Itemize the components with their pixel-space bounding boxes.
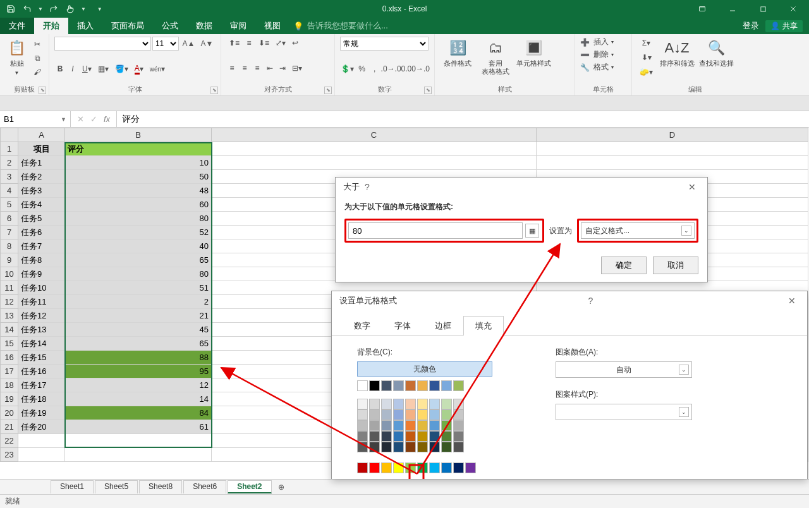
cell-C2[interactable] xyxy=(212,156,537,170)
copy-icon[interactable]: ⧉ xyxy=(31,52,44,64)
number-format-select[interactable]: 常规 xyxy=(340,37,429,51)
align-bottom-icon[interactable]: ⬇≡ xyxy=(256,37,272,49)
color-swatch[interactable] xyxy=(441,462,452,473)
color-swatch[interactable] xyxy=(453,431,464,442)
cell-A15[interactable]: 任务14 xyxy=(18,337,65,351)
color-swatch[interactable] xyxy=(429,409,440,420)
tab-formulas[interactable]: 公式 xyxy=(153,18,187,34)
color-swatch[interactable] xyxy=(429,442,440,452)
qat-customize-icon[interactable]: ▼ xyxy=(97,6,102,12)
cell-empty[interactable] xyxy=(65,434,212,448)
color-swatch[interactable] xyxy=(381,409,392,420)
increase-font-icon[interactable]: A▲ xyxy=(180,37,197,50)
color-swatch[interactable] xyxy=(369,442,380,452)
cell-B9[interactable]: 65 xyxy=(65,253,212,267)
increase-decimal-icon[interactable]: .0→.00 xyxy=(382,63,405,75)
row-header[interactable]: 13 xyxy=(1,309,18,323)
cell-B19[interactable]: 14 xyxy=(65,392,212,406)
help-icon[interactable]: ? xyxy=(360,182,375,192)
row-header[interactable]: 14 xyxy=(1,323,18,337)
no-color-button[interactable]: 无颜色 xyxy=(357,361,492,377)
row-header[interactable]: 6 xyxy=(1,212,18,226)
worksheet-grid[interactable]: A B C D 1项目评分2任务1103任务2504任务3485任务4606任务… xyxy=(0,128,809,479)
color-swatch[interactable] xyxy=(393,420,404,431)
formula-input[interactable]: 评分 xyxy=(117,111,809,127)
row-header[interactable]: 11 xyxy=(1,281,18,295)
range-picker-icon[interactable]: ▦ xyxy=(525,224,539,238)
align-right-icon[interactable]: ≡ xyxy=(252,62,263,75)
dialog-launcher-icon[interactable]: ⬊ xyxy=(210,87,218,94)
color-swatch[interactable] xyxy=(393,431,404,442)
cell-C1[interactable] xyxy=(212,142,537,156)
cell-A11[interactable]: 任务10 xyxy=(18,281,65,295)
col-header-C[interactable]: C xyxy=(212,128,537,142)
color-swatch[interactable] xyxy=(465,462,476,473)
cell-A18[interactable]: 任务17 xyxy=(18,378,65,392)
row-header[interactable]: 17 xyxy=(1,365,18,378)
tell-me[interactable]: 💡 告诉我您想要做什么... xyxy=(293,18,388,34)
percent-icon[interactable]: % xyxy=(356,63,368,75)
format-as-table-button[interactable]: 🗂 套用 表格格式 xyxy=(478,37,513,76)
cell-A8[interactable]: 任务7 xyxy=(18,239,65,253)
color-swatch[interactable] xyxy=(357,399,368,409)
row-header[interactable]: 21 xyxy=(1,420,18,434)
color-swatch[interactable] xyxy=(429,399,440,409)
cell-B3[interactable]: 50 xyxy=(65,170,212,184)
sheet-tab-Sheet5[interactable]: Sheet5 xyxy=(95,480,138,493)
color-swatch[interactable] xyxy=(441,420,452,431)
tab-number[interactable]: 数字 xyxy=(342,316,382,336)
border-icon[interactable]: ▦▾ xyxy=(95,63,111,75)
sheet-tab-Sheet1[interactable]: Sheet1 xyxy=(51,480,94,493)
format-cells-button[interactable]: 🔧格式▾ xyxy=(580,62,626,73)
tab-font[interactable]: 字体 xyxy=(382,316,423,336)
touch-dropdown-icon[interactable]: ▼ xyxy=(81,6,86,12)
cell-empty[interactable] xyxy=(18,448,65,462)
cell-A10[interactable]: 任务9 xyxy=(18,267,65,281)
color-swatch[interactable] xyxy=(381,442,392,452)
color-swatch[interactable] xyxy=(441,442,452,452)
ribbon-display-icon[interactable] xyxy=(693,3,712,15)
cell-A1[interactable]: 项目 xyxy=(18,142,65,156)
row-header[interactable]: 23 xyxy=(1,448,18,462)
chevron-down-icon[interactable]: ▼ xyxy=(61,116,66,123)
cell-B21[interactable]: 61 xyxy=(65,420,212,434)
color-swatch[interactable] xyxy=(429,462,440,473)
color-swatch[interactable] xyxy=(381,399,392,409)
col-header-B[interactable]: B xyxy=(65,128,212,142)
col-header-D[interactable]: D xyxy=(537,128,808,142)
cell-A5[interactable]: 任务4 xyxy=(18,198,65,212)
tab-view[interactable]: 视图 xyxy=(255,18,289,34)
clear-icon[interactable]: 🧽▾ xyxy=(637,66,655,78)
merge-center-icon[interactable]: ⊟▾ xyxy=(289,62,305,75)
color-swatch[interactable] xyxy=(453,420,464,431)
cell-B15[interactable]: 65 xyxy=(65,337,212,351)
color-swatch[interactable] xyxy=(417,409,428,420)
ok-button[interactable]: 确定 xyxy=(601,257,647,274)
sheet-tab-Sheet2[interactable]: Sheet2 xyxy=(228,480,271,493)
align-left-icon[interactable]: ≡ xyxy=(226,62,238,75)
dialog-launcher-icon[interactable]: ⬊ xyxy=(39,87,46,94)
align-center-icon[interactable]: ≡ xyxy=(239,62,250,75)
color-swatch[interactable] xyxy=(405,399,416,409)
align-top-icon[interactable]: ⬆≡ xyxy=(226,37,242,49)
cell-A16[interactable]: 任务15 xyxy=(18,351,65,365)
cell-B14[interactable]: 45 xyxy=(65,323,212,337)
cell-B16[interactable]: 88 xyxy=(65,351,212,365)
undo-dropdown-icon[interactable]: ▼ xyxy=(38,6,43,12)
row-header[interactable]: 8 xyxy=(1,239,18,253)
cell-B8[interactable]: 40 xyxy=(65,239,212,253)
font-color-icon[interactable]: A▾ xyxy=(132,63,146,75)
cell-empty[interactable] xyxy=(65,448,212,462)
bold-icon[interactable]: B xyxy=(54,63,66,75)
cell-B7[interactable]: 52 xyxy=(65,226,212,239)
cell-B13[interactable]: 21 xyxy=(65,309,212,323)
sort-filter-button[interactable]: A↓Z 排序和筛选 xyxy=(659,37,695,68)
row-header[interactable]: 3 xyxy=(1,170,18,184)
sheet-tab-Sheet6[interactable]: Sheet6 xyxy=(183,480,226,493)
select-all-corner[interactable] xyxy=(1,128,18,142)
cell-B11[interactable]: 51 xyxy=(65,281,212,295)
cancel-formula-icon[interactable]: ✕ xyxy=(77,114,84,124)
phonetic-icon[interactable]: wén▾ xyxy=(147,63,167,75)
color-swatch[interactable] xyxy=(393,442,404,452)
cell-styles-button[interactable]: 🔳 单元格样式 xyxy=(516,37,551,76)
